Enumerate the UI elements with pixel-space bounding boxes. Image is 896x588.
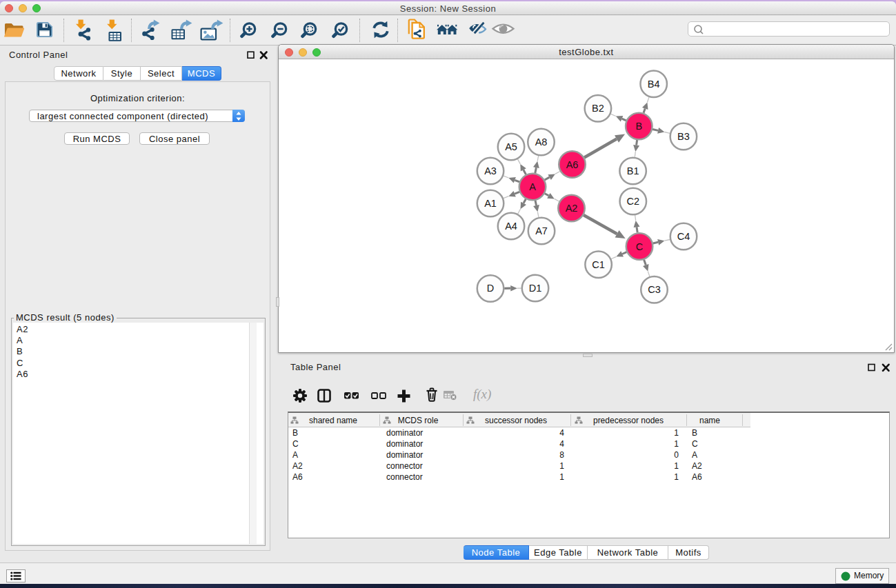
svg-text:A: A xyxy=(529,181,536,192)
svg-text:A2: A2 xyxy=(566,203,578,214)
svg-text:A1: A1 xyxy=(484,198,497,209)
svg-text:C: C xyxy=(636,241,643,252)
svg-text:B3: B3 xyxy=(677,130,690,141)
svg-text:C1: C1 xyxy=(592,258,605,270)
svg-text:B4: B4 xyxy=(648,78,660,89)
svg-text:C3: C3 xyxy=(648,284,661,295)
svg-text:B1: B1 xyxy=(627,165,639,176)
svg-text:D: D xyxy=(487,283,494,294)
svg-text:B: B xyxy=(635,120,642,131)
svg-text:A7: A7 xyxy=(535,225,548,236)
svg-text:A4: A4 xyxy=(505,221,517,232)
svg-text:C4: C4 xyxy=(677,231,690,242)
svg-text:A5: A5 xyxy=(505,141,517,152)
svg-text:B2: B2 xyxy=(592,103,604,114)
svg-text:A3: A3 xyxy=(484,165,497,176)
svg-text:D1: D1 xyxy=(529,283,542,294)
svg-text:C2: C2 xyxy=(627,195,640,206)
svg-text:A8: A8 xyxy=(535,136,548,148)
svg-text:A6: A6 xyxy=(566,159,579,170)
